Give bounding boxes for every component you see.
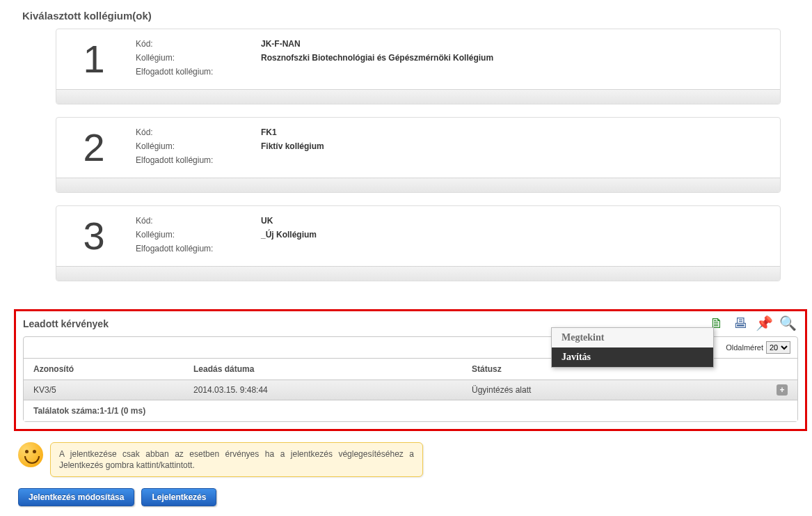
cell-status: Ügyintézés alatt [472, 385, 701, 395]
notice-text: A jelentkezése csak abban az esetben érv… [50, 442, 423, 477]
sign-off-button[interactable]: Lejelentkezés [141, 488, 216, 506]
choice-accepted-label: Elfogadott kollégium: [136, 155, 247, 165]
choice-card: 2 Kód: FK1 Kollégium: Fiktív kollégium E… [56, 117, 781, 193]
choice-code-value: JK-F-NAN [261, 39, 651, 49]
context-menu-view[interactable]: Megtekint [552, 328, 713, 347]
choice-code-label: Kód: [136, 127, 247, 137]
choice-rank: 2 [66, 123, 122, 172]
choice-rank: 3 [66, 212, 122, 260]
card-footer-bar [56, 266, 780, 281]
table-footer: Találatok száma:1-1/1 (0 ms) [24, 400, 797, 421]
choice-card: 1 Kód: JK-F-NAN Kollégium: Rosznofszki B… [56, 29, 781, 104]
choice-dorm-label: Kollégium: [136, 230, 247, 240]
choice-card: 3 Kód: UK Kollégium: _Új Kollégium Elfog… [56, 205, 781, 281]
pin-icon[interactable]: 📌 [755, 314, 773, 332]
section-title: Kiválasztott kollégium(ok) [22, 10, 807, 22]
choice-rank: 1 [66, 35, 122, 84]
print-icon[interactable]: 🖶 [731, 314, 749, 332]
choice-dorm-value: _Új Kollégium [261, 230, 651, 240]
choice-accepted-value [261, 67, 651, 77]
choice-code-label: Kód: [136, 39, 247, 49]
page-size-select[interactable]: 20 [766, 341, 790, 354]
requests-section: 🗎 🖶 📌 🔍 Leadott kérvények Oldalméret 20 … [14, 309, 807, 431]
card-footer-bar [56, 89, 780, 104]
choice-dorm-label: Kollégium: [136, 53, 247, 63]
table-row[interactable]: KV3/5 2014.03.15. 9:48:44 Ügyintézés ala… [24, 380, 797, 400]
col-id-header[interactable]: Azonosító [33, 364, 193, 374]
col-date-header[interactable]: Leadás dátuma [193, 364, 472, 374]
requests-table: Oldalméret 20 Megtekint Javítás Azonosít… [23, 336, 798, 422]
choice-dorm-value: Fiktív kollégium [261, 141, 651, 151]
row-context-menu: Megtekint Javítás [551, 327, 714, 368]
choice-dorm-value: Rosznofszki Biotechnológiai és Gépészmér… [261, 53, 651, 63]
choice-accepted-label: Elfogadott kollégium: [136, 244, 247, 253]
cell-date: 2014.03.15. 9:48:44 [193, 385, 472, 395]
smiley-icon [18, 442, 43, 467]
choice-code-label: Kód: [136, 216, 247, 226]
search-icon[interactable]: 🔍 [779, 314, 797, 332]
page-size-label: Oldalméret [726, 343, 763, 352]
choice-code-value: UK [261, 216, 651, 226]
context-menu-fix[interactable]: Javítás [552, 347, 713, 367]
modify-application-button[interactable]: Jelentkezés módosítása [18, 488, 134, 506]
card-footer-bar [56, 178, 780, 192]
choice-dorm-label: Kollégium: [136, 141, 247, 151]
row-expand-icon[interactable]: + [777, 384, 788, 396]
choice-accepted-value [261, 244, 651, 253]
choice-accepted-value [261, 155, 651, 165]
cell-id: KV3/5 [33, 385, 193, 395]
choice-accepted-label: Elfogadott kollégium: [136, 67, 247, 77]
choice-code-value: FK1 [261, 127, 651, 137]
